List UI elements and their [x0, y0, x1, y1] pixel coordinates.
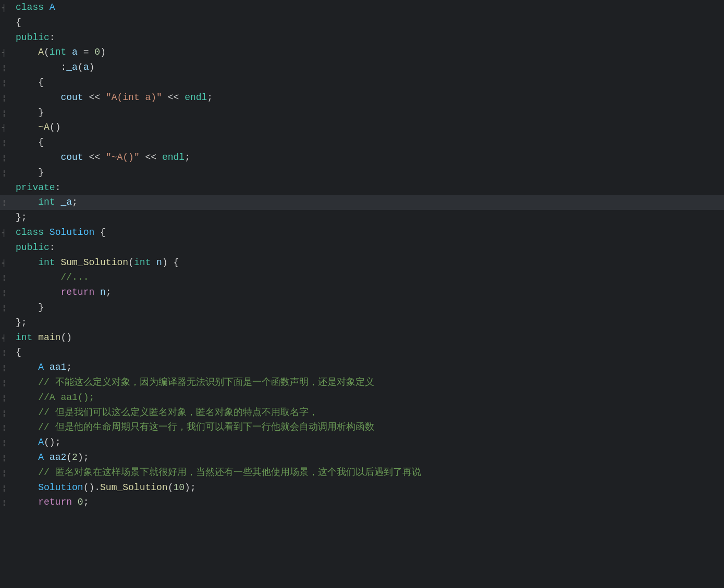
gutter: ¦ [2, 483, 11, 494]
code-line: ┤ ~A() [0, 120, 724, 135]
code-line: ¦ A aa2(2); [0, 450, 724, 465]
line-content: }; [16, 210, 724, 225]
code-line: private: [0, 180, 724, 195]
line-content: { [16, 135, 724, 150]
code-line: ¦ { [0, 345, 724, 360]
code-line: public: [0, 240, 724, 255]
code-line: ¦ Solution().Sum_Solution(10); [0, 480, 724, 495]
code-line: ¦ :_a(a) [0, 60, 724, 75]
gutter: ¦ [2, 108, 11, 119]
line-content: int Sum_Solution(int n) { [16, 255, 724, 270]
code-line: ¦ // 不能这么定义对象，因为编译器无法识别下面是一个函数声明，还是对象定义 [0, 375, 724, 390]
code-line: ¦ return n; [0, 285, 724, 300]
code-line: ¦ { [0, 135, 724, 150]
gutter: ¦ [2, 273, 11, 284]
line-content: //A aa1(); [16, 390, 724, 405]
gutter: ¦ [2, 153, 11, 164]
code-line: ┤ class A [0, 0, 724, 15]
gutter: ¦ [2, 423, 11, 434]
line-content: } [16, 165, 724, 180]
code-line: ┤ int Sum_Solution(int n) { [0, 255, 724, 270]
code-line: ┤ A(int a = 0) [0, 45, 724, 60]
gutter: ¦ [2, 288, 11, 299]
gutter: ¦ [2, 168, 11, 179]
code-line: ┤ class Solution { [0, 225, 724, 240]
gutter: ¦ [2, 63, 11, 74]
line-content: class A [16, 0, 724, 15]
line-content: } [16, 105, 724, 120]
gutter: ¦ [2, 363, 11, 374]
gutter: ¦ [2, 138, 11, 149]
code-line: }; [0, 315, 724, 330]
code-line: ┤ int main() [0, 330, 724, 345]
code-line: }; [0, 210, 724, 225]
line-content: A(int a = 0) [16, 45, 724, 60]
code-line: public: [0, 30, 724, 45]
line-content: cout << "A(int a)" << endl; [16, 90, 724, 105]
line-content: }; [16, 315, 724, 330]
line-content: cout << "~A()" << endl; [16, 150, 724, 165]
line-content: public: [16, 240, 724, 255]
code-line: ¦ return 0; [0, 495, 724, 510]
gutter: ┤ [2, 48, 11, 59]
line-content: :_a(a) [16, 60, 724, 75]
line-content: Solution().Sum_Solution(10); [16, 480, 724, 495]
code-line: ¦ // 匿名对象在这样场景下就很好用，当然还有一些其他使用场景，这个我们以后遇… [0, 465, 724, 480]
line-content: A aa2(2); [16, 450, 724, 465]
gutter: ¦ [2, 348, 11, 359]
code-line: ¦ } [0, 300, 724, 315]
line-content: return n; [16, 285, 724, 300]
line-content: return 0; [16, 495, 724, 510]
gutter: ┤ [2, 123, 11, 134]
gutter: ¦ [2, 378, 11, 389]
line-content: // 匿名对象在这样场景下就很好用，当然还有一些其他使用场景，这个我们以后遇到了… [16, 465, 724, 480]
code-line: ¦ //A aa1(); [0, 390, 724, 405]
code-line: ¦ // 但是他的生命周期只有这一行，我们可以看到下一行他就会自动调用析构函数 [0, 420, 724, 435]
line-content: // 但是我们可以这么定义匿名对象，匿名对象的特点不用取名字， [16, 405, 724, 420]
line-content: { [16, 75, 724, 90]
code-editor: ┤ class A { public: ┤ A(int a = 0) ¦ :_a… [0, 0, 724, 588]
line-content: public: [16, 30, 724, 45]
line-content: //... [16, 270, 724, 285]
gutter: ┤ [2, 3, 11, 14]
code-line: ¦ //... [0, 270, 724, 285]
gutter: ¦ [2, 93, 11, 104]
line-content: int main() [16, 330, 724, 345]
gutter: ┤ [2, 258, 11, 269]
gutter: ¦ [2, 78, 11, 89]
code-line: ¦ { [0, 75, 724, 90]
code-line: ¦ } [0, 105, 724, 120]
gutter: ¦ [2, 468, 11, 479]
gutter: ¦ [2, 303, 11, 314]
line-content: A aa1; [16, 360, 724, 375]
code-line: ¦ // 但是我们可以这么定义匿名对象，匿名对象的特点不用取名字， [0, 405, 724, 420]
line-content: } [16, 300, 724, 315]
gutter: ┤ [2, 228, 11, 239]
line-content: { [16, 15, 724, 30]
line-content: int _a; [16, 195, 724, 210]
line-content: A(); [16, 435, 724, 450]
code-line: ¦ cout << "~A()" << endl; [0, 150, 724, 165]
line-content: ~A() [16, 120, 724, 135]
line-content: // 但是他的生命周期只有这一行，我们可以看到下一行他就会自动调用析构函数 [16, 420, 724, 435]
code-line: ¦ A aa1; [0, 360, 724, 375]
code-line: { [0, 15, 724, 30]
gutter: ¦ [2, 498, 11, 509]
gutter: ¦ [2, 453, 11, 464]
line-content: { [16, 345, 724, 360]
line-content: // 不能这么定义对象，因为编译器无法识别下面是一个函数声明，还是对象定义 [16, 375, 724, 390]
gutter: ¦ [2, 408, 11, 419]
line-content: private: [16, 180, 724, 195]
gutter: ┤ [2, 333, 11, 344]
code-line: ¦ } [0, 165, 724, 180]
gutter: ¦ [2, 438, 11, 449]
code-line: ¦ cout << "A(int a)" << endl; [0, 90, 724, 105]
code-line-highlighted: ¦ int _a; [0, 195, 724, 210]
line-content: class Solution { [16, 225, 724, 240]
gutter: ¦ [2, 198, 11, 209]
code-line: ¦ A(); [0, 435, 724, 450]
gutter: ¦ [2, 393, 11, 404]
